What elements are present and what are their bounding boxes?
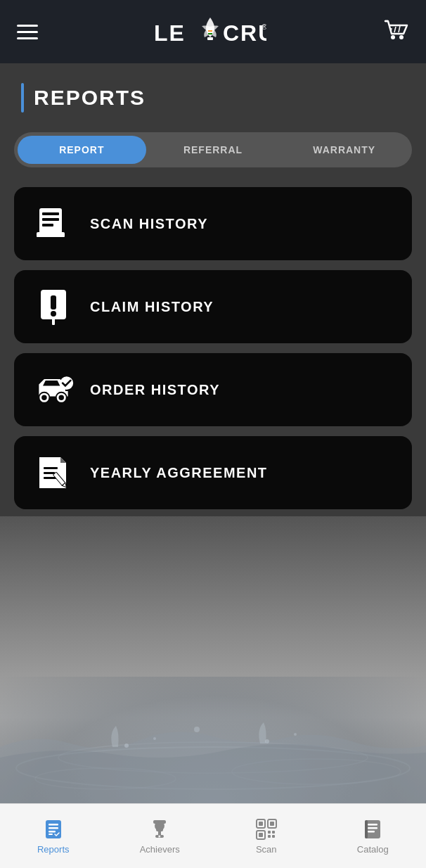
cart-button[interactable] bbox=[382, 18, 409, 45]
order-history-label: ORDER HISTORY bbox=[90, 382, 220, 398]
tabs-container: REPORT REFERRAL WARRANTY bbox=[14, 132, 412, 167]
hamburger-menu[interactable] bbox=[17, 25, 38, 39]
logo: LE CRU ® bbox=[154, 14, 266, 49]
achievers-nav-icon: ★ bbox=[148, 818, 171, 841]
order-history-icon bbox=[32, 369, 75, 411]
svg-point-21 bbox=[51, 311, 56, 317]
svg-rect-62 bbox=[272, 835, 275, 838]
svg-rect-16 bbox=[42, 224, 53, 226]
scan-nav-icon bbox=[255, 818, 278, 841]
water-svg bbox=[0, 642, 426, 803]
svg-rect-67 bbox=[365, 820, 368, 838]
svg-text:★: ★ bbox=[157, 834, 161, 838]
cards-section: SCAN HISTORY CLAIM HISTORY bbox=[0, 180, 426, 516]
header: LE CRU ® bbox=[0, 0, 426, 63]
svg-rect-61 bbox=[268, 835, 271, 838]
svg-rect-56 bbox=[270, 822, 274, 826]
scan-nav-label: Scan bbox=[256, 844, 277, 855]
svg-rect-20 bbox=[51, 295, 56, 309]
tabs-section: REPORT REFERRAL WARRANTY bbox=[0, 125, 426, 180]
svg-rect-42 bbox=[46, 820, 61, 838]
catalog-nav-icon bbox=[361, 818, 384, 841]
logo-svg: LE CRU ® bbox=[154, 14, 266, 49]
tab-warranty[interactable]: WARRANTY bbox=[280, 136, 408, 164]
svg-rect-60 bbox=[272, 831, 275, 834]
yearly-agreement-label: YEARLY AGGREEMENT bbox=[90, 465, 268, 481]
svg-line-10 bbox=[391, 28, 392, 32]
content-area: REPORTS REPORT REFERRAL WARRANTY bbox=[0, 63, 426, 803]
svg-rect-66 bbox=[368, 831, 375, 833]
nav-item-achievers[interactable]: ★ Achievers bbox=[107, 804, 214, 868]
svg-line-11 bbox=[394, 27, 396, 32]
achievers-nav-label: Achievers bbox=[140, 844, 180, 855]
svg-point-41 bbox=[194, 727, 200, 732]
page-title-section: REPORTS bbox=[0, 63, 426, 125]
title-accent-bar bbox=[21, 83, 24, 113]
scan-history-card[interactable]: SCAN HISTORY bbox=[14, 187, 412, 260]
claim-history-label: CLAIM HISTORY bbox=[90, 299, 214, 315]
nav-item-catalog[interactable]: Catalog bbox=[320, 804, 427, 868]
yearly-agreement-icon bbox=[32, 452, 75, 494]
svg-point-37 bbox=[124, 743, 129, 748]
svg-point-9 bbox=[399, 35, 404, 39]
svg-rect-64 bbox=[368, 824, 377, 826]
yearly-agreement-card[interactable]: YEARLY AGGREEMENT bbox=[14, 436, 412, 509]
water-background bbox=[0, 516, 426, 803]
svg-rect-29 bbox=[44, 472, 55, 474]
svg-rect-28 bbox=[44, 467, 58, 469]
svg-point-26 bbox=[59, 395, 65, 401]
svg-text:LE: LE bbox=[154, 20, 186, 46]
svg-rect-14 bbox=[42, 212, 59, 215]
svg-rect-45 bbox=[49, 831, 56, 833]
nav-item-scan[interactable]: Scan bbox=[213, 804, 320, 868]
page-title: REPORTS bbox=[34, 86, 146, 110]
scan-history-label: SCAN HISTORY bbox=[90, 216, 208, 232]
svg-rect-58 bbox=[259, 833, 263, 837]
svg-rect-3 bbox=[208, 32, 212, 33]
svg-point-38 bbox=[153, 737, 156, 740]
nav-item-reports[interactable]: Reports bbox=[0, 804, 107, 868]
tab-referral[interactable]: REFERRAL bbox=[149, 136, 278, 164]
svg-rect-65 bbox=[368, 827, 377, 829]
svg-text:®: ® bbox=[262, 23, 266, 31]
svg-point-24 bbox=[41, 395, 47, 401]
svg-rect-30 bbox=[44, 477, 56, 479]
svg-rect-4 bbox=[208, 33, 212, 34]
reports-nav-icon bbox=[42, 818, 65, 841]
svg-rect-22 bbox=[52, 318, 55, 325]
svg-rect-1 bbox=[207, 37, 213, 40]
svg-line-12 bbox=[399, 26, 400, 32]
svg-rect-59 bbox=[268, 831, 271, 834]
svg-point-40 bbox=[294, 733, 297, 736]
svg-rect-54 bbox=[259, 822, 263, 826]
svg-rect-2 bbox=[208, 30, 212, 32]
svg-rect-44 bbox=[49, 827, 58, 829]
reports-nav-label: Reports bbox=[37, 844, 70, 855]
svg-rect-43 bbox=[49, 824, 58, 826]
order-history-card[interactable]: ORDER HISTORY bbox=[14, 353, 412, 426]
svg-rect-18 bbox=[37, 235, 65, 237]
tab-report[interactable]: REPORT bbox=[18, 136, 146, 164]
svg-rect-46 bbox=[49, 834, 53, 835]
catalog-nav-label: Catalog bbox=[357, 844, 389, 855]
claim-history-icon bbox=[32, 286, 75, 328]
svg-rect-15 bbox=[42, 218, 59, 221]
svg-point-8 bbox=[391, 35, 395, 39]
claim-history-card[interactable]: CLAIM HISTORY bbox=[14, 270, 412, 343]
bottom-nav: Reports ★ Achievers bbox=[0, 803, 426, 868]
svg-text:CRU: CRU bbox=[223, 20, 266, 46]
cart-icon bbox=[382, 18, 409, 42]
scan-history-icon bbox=[32, 203, 75, 245]
